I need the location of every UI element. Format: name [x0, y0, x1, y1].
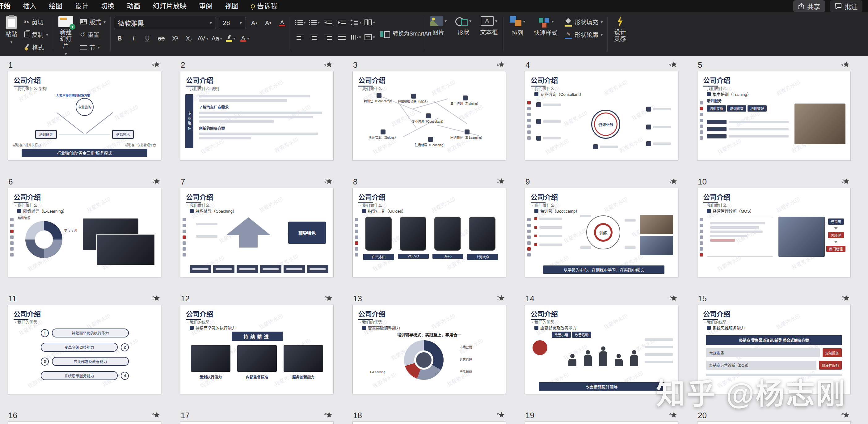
ribbon-tab-insert[interactable]: 插入 [17, 0, 43, 12]
slide-thumbnail-12[interactable]: 我要秀水印我要秀水印我要秀水印我要秀水印我要秀水印我要秀水印公司介绍我们的优势持… [180, 305, 334, 394]
ribbon-tab-design[interactable]: 设计 [69, 0, 95, 12]
slide-thumbnail-1[interactable]: 我要秀水印我要秀水印我要秀水印我要秀水印我要秀水印我要秀水印公司介绍我们做什么-… [8, 71, 161, 160]
grow-font-button[interactable]: A▴ [249, 17, 260, 28]
service-icon [10, 218, 13, 221]
slide-thumbnail-9[interactable]: 我要秀水印我要秀水印我要秀水印我要秀水印我要秀水印我要秀水印公司介绍我们做什么特… [525, 188, 678, 277]
slide-graphic: 咨询业务 [534, 98, 673, 158]
transition-star-icon[interactable] [152, 295, 160, 302]
transition-star-icon[interactable] [841, 178, 849, 185]
shape-outline-button[interactable]: 形状轮廓▾ [563, 29, 604, 39]
bullets-button[interactable]: ▾ [295, 17, 306, 28]
comments-button[interactable]: 批注 [830, 0, 862, 12]
clear-formatting-button[interactable] [276, 17, 287, 28]
strikethrough-button[interactable]: ab [156, 33, 167, 44]
ring-label: 学习培训 [64, 228, 76, 233]
slide-thumbnail-17[interactable] [180, 422, 334, 424]
transition-star-icon[interactable] [324, 178, 332, 185]
align-right-button[interactable] [322, 32, 334, 43]
paste-button[interactable]: 粘贴 ▾ [4, 16, 19, 45]
design-ideas-button[interactable]: 设计灵感 [611, 16, 629, 43]
bold-button[interactable]: B [114, 33, 125, 44]
slide-thumbnail-6[interactable]: 我要秀水印我要秀水印我要秀水印我要秀水印我要秀水印我要秀水印公司介绍我们做什么网… [8, 188, 161, 277]
slide-thumbnail-4[interactable]: 我要秀水印我要秀水印我要秀水印我要秀水印我要秀水印我要秀水印公司介绍我们做什么专… [525, 71, 678, 160]
numbering-button[interactable]: ▾ [309, 17, 320, 28]
highlight-color-button[interactable]: ▾ [225, 33, 236, 44]
ribbon-tab-tellme[interactable]: 告诉我 [245, 0, 284, 12]
slide-thumbnail-3[interactable]: 我要秀水印我要秀水印我要秀水印我要秀水印我要秀水印我要秀水印公司介绍我们做什么特… [352, 71, 506, 160]
columns-button[interactable]: ▾ [364, 17, 375, 28]
italic-button[interactable]: I [128, 33, 139, 44]
copy-button[interactable]: 复制▾ [23, 29, 50, 39]
transition-star-icon[interactable] [841, 295, 849, 302]
section-button[interactable]: 节▾ [79, 42, 107, 52]
ribbon-tab-view[interactable]: 视图 [219, 0, 245, 12]
transition-star-icon[interactable] [496, 295, 505, 302]
quick-styles-button[interactable]: ▾ 快速样式 [531, 16, 560, 37]
cut-button[interactable]: ✂剪切 [23, 17, 50, 27]
transition-star-icon[interactable] [152, 178, 160, 185]
service-icon [10, 253, 13, 256]
slide-thumbnail-2[interactable]: 我要秀水印我要秀水印我要秀水印我要秀水印我要秀水印我要秀水印公司介绍我们做什么-… [180, 71, 334, 160]
picture-button[interactable]: ▾ 图片 [428, 16, 449, 37]
transition-star-icon[interactable] [324, 295, 332, 302]
ribbon-tab-review[interactable]: 审阅 [193, 0, 219, 12]
ribbon-tab-draw[interactable]: 绘图 [43, 0, 69, 12]
ribbon-tab-home[interactable]: 开始 [0, 0, 17, 12]
transition-star-icon[interactable] [324, 412, 332, 419]
font-color-button[interactable]: ▾ [239, 33, 250, 44]
character-spacing-button[interactable]: AV▾ [197, 33, 209, 44]
superscript-button[interactable]: X² [169, 33, 181, 44]
ribbon-tab-animations[interactable]: 动画 [121, 0, 147, 12]
layout-button[interactable]: 版式▾ [79, 17, 107, 27]
transition-star-icon[interactable] [496, 61, 505, 69]
transition-star-icon[interactable] [669, 61, 677, 69]
align-center-button[interactable] [309, 32, 320, 43]
transition-star-icon[interactable] [669, 412, 677, 419]
transition-star-icon[interactable] [669, 178, 677, 185]
convert-smartart-button[interactable]: 转换为SmartArt [379, 29, 421, 39]
transition-star-icon[interactable] [324, 61, 332, 69]
transition-star-icon[interactable] [669, 295, 677, 302]
shapes-button[interactable]: ▾ 形状 [453, 16, 474, 37]
slide-thumbnail-11[interactable]: 我要秀水印我要秀水印我要秀水印我要秀水印我要秀水印我要秀水印公司介绍我们的优势1… [8, 305, 161, 394]
share-button[interactable]: 共享 [793, 0, 825, 12]
line-spacing-button[interactable]: ▾ [350, 17, 362, 28]
reset-button[interactable]: ↺重置 [79, 29, 107, 39]
transition-star-icon[interactable] [841, 412, 849, 419]
slide-thumbnail-8[interactable]: 我要秀水印我要秀水印我要秀水印我要秀水印我要秀水印我要秀水印公司介绍我们做什么指… [352, 188, 506, 277]
ribbon-tab-transitions[interactable]: 切换 [95, 0, 121, 12]
align-text-button[interactable]: ▾ [364, 32, 375, 43]
underline-button[interactable]: U [142, 33, 153, 44]
slide-thumbnail-19[interactable] [525, 422, 678, 424]
text-direction-button[interactable]: ▾ [350, 32, 362, 43]
slide-thumbnail-10[interactable]: 我要秀水印我要秀水印我要秀水印我要秀水印我要秀水印我要秀水印公司介绍我们做什么经… [697, 188, 851, 277]
slide-thumbnail-14[interactable]: 我要秀水印我要秀水印我要秀水印我要秀水印我要秀水印我要秀水印公司介绍我们的优势应… [525, 305, 678, 394]
slide-thumbnail-16[interactable] [8, 422, 161, 424]
slide-thumbnail-5[interactable]: 我要秀水印我要秀水印我要秀水印我要秀水印我要秀水印我要秀水印公司介绍我们做什么集… [697, 71, 851, 160]
slide-thumbnail-13[interactable]: 我要秀水印我要秀水印我要秀水印我要秀水印我要秀水印我要秀水印公司介绍我们的优势变… [352, 305, 506, 394]
shape-fill-button[interactable]: 形状填充▾ [563, 17, 604, 27]
align-left-button[interactable] [295, 32, 306, 43]
slide-thumbnail-18[interactable] [352, 422, 506, 424]
node-label: 集中培训（Training） [451, 101, 480, 106]
transition-star-icon[interactable] [152, 412, 160, 419]
new-slide-button[interactable]: 新建幻灯片 ▾ [57, 16, 75, 57]
justify-button[interactable] [336, 32, 347, 43]
slide-thumbnail-20[interactable] [697, 422, 851, 424]
arrange-button[interactable]: ▾ 排列 [507, 16, 528, 37]
ribbon-tab-slideshow[interactable]: 幻灯片放映 [147, 0, 193, 12]
subscript-button[interactable]: X₂ [184, 33, 195, 44]
increase-indent-button[interactable] [336, 17, 347, 28]
change-case-button[interactable]: Aa▾ [211, 33, 222, 44]
transition-star-icon[interactable] [496, 178, 505, 185]
decrease-indent-button[interactable] [322, 17, 334, 28]
format-painter-button[interactable]: 格式 [23, 42, 50, 52]
transition-star-icon[interactable] [152, 61, 160, 69]
slide-thumbnail-7[interactable]: 我要秀水印我要秀水印我要秀水印我要秀水印我要秀水印我要秀水印公司介绍我们做什么驻… [180, 188, 334, 277]
shrink-font-button[interactable]: A▾ [262, 17, 274, 28]
transition-star-icon[interactable] [841, 61, 849, 69]
transition-star-icon[interactable] [496, 412, 505, 419]
font-family-select[interactable]: 微软雅黑▾ [114, 17, 216, 29]
font-size-select[interactable]: 28▾ [219, 17, 246, 29]
textbox-button[interactable]: ▾ 文本框 [477, 16, 500, 36]
